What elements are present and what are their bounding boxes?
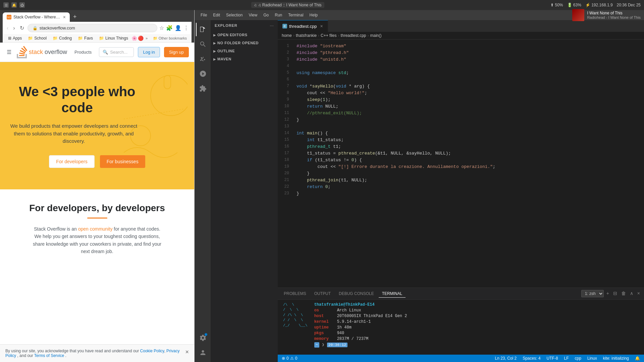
menu-edit[interactable]: Edit [210,11,223,19]
cookie-policy-link[interactable]: Cookie Policy [140,349,164,353]
cookie-close-button[interactable]: × [185,349,189,356]
terminal-add-button[interactable]: + [605,290,610,297]
notification-icon[interactable]: 🔔 [11,2,17,8]
tab-terminal[interactable]: TERMINAL [379,290,406,298]
code-editor[interactable]: 1 2 3 4 5 6 7 8 9 10 11 12 13 14 [278,40,644,288]
code-line-19: cout << "[!] Errore durante la creazione… [297,164,644,170]
status-notification-bell[interactable]: 🔔 [634,356,641,361]
code-content[interactable]: #include "iostream" #include "pthread.h"… [291,40,644,288]
browser-tab-active[interactable]: SO Stack Overflow - Where D... × [3,12,70,22]
breadcrumb-user[interactable]: thatsfrankie [296,33,317,38]
menu-go[interactable]: Go [261,11,271,19]
bookmark-button[interactable]: ☆ [159,25,164,31]
outline-chevron: ▶ [213,49,216,53]
open-editors-chevron: ▶ [213,33,216,37]
breadcrumb-file[interactable]: threadtest.cpp [340,33,366,38]
activity-extensions[interactable] [196,82,209,95]
activity-search[interactable] [196,38,209,51]
breadcrumb-folder[interactable]: C++ files [321,33,336,38]
line-num-2: 2 [281,50,289,56]
open-community-link[interactable]: open community [78,226,113,232]
sidebar-maven-header[interactable]: ▶ MAVEN [211,56,278,62]
status-kite[interactable]: kite: initializing [602,356,630,361]
terminal-close-button[interactable]: × [636,290,641,297]
other-bookmarks-btn[interactable]: 📁 Other bookmarks [151,36,189,41]
tab-problems[interactable]: PROBLEMS [280,290,310,297]
tab-output[interactable]: OUTPUT [311,290,334,297]
activity-settings[interactable] [196,331,209,345]
status-line-ending[interactable]: LF [563,356,570,361]
so-signup-button[interactable]: Sign up [164,47,189,57]
tab-close-button[interactable]: × [63,14,66,20]
sidebar-outline: ▶ OUTLINE [211,47,278,55]
line-num-21: 21 [281,177,289,184]
sidebar-more-icon[interactable]: ··· [270,23,274,28]
breadcrumb-sep2: › [318,33,319,38]
terms-of-service-link[interactable]: Terms of Service [34,353,64,358]
back-button[interactable]: ‹ [5,24,10,32]
for-developers-button[interactable]: For developers [49,155,94,168]
status-os[interactable]: Linux [586,356,598,361]
editor-tab-filename: threadtest.cpp [289,24,317,29]
status-spaces[interactable]: Spaces: 4 [521,356,542,361]
terminal-ascii-art: /\ \ / \ \ / /\ \ \ / / \ \ /_/ \__\ [283,302,308,352]
editor-tab-threadtest[interactable]: C threadtest.cpp × [278,20,328,32]
bookmark-linux[interactable]: 📁 Linux Things [96,35,131,41]
sidebar-maven: ▶ MAVEN [211,55,278,63]
so-products-nav[interactable]: Products [71,48,95,57]
menu-icon[interactable]: ☰ [3,2,9,8]
code-line-8: cout << "Hello world!"; [297,90,644,97]
status-errors[interactable]: ⊗ 0 ⚠ 0 [280,356,299,361]
terminal-uptime-value: 1h 48m [337,325,352,330]
forward-button[interactable]: › [12,24,16,32]
bookmark-coding[interactable]: 📁 Coding [50,35,74,41]
terminal-collapse-button[interactable]: ∧ [629,290,635,297]
terminal-content[interactable]: /\ \ / \ \ / /\ \ \ / / \ \ /_/ \__\ tha… [278,300,644,355]
bookmark-apps[interactable]: ⊞ Apps [5,35,24,41]
menu-terminal[interactable]: Terminal [285,11,306,19]
settings-notification-dot [205,333,207,336]
sidebar-no-folder-header[interactable]: ▶ NO FOLDER OPENED [211,40,278,46]
terminal-time: 20:36:12 [327,343,347,347]
status-position[interactable]: Ln 23, Col 2 [493,356,518,361]
sidebar-outline-header[interactable]: ▶ OUTLINE [211,48,278,54]
status-language[interactable]: cpp [574,356,583,361]
menu-selection[interactable]: Selection [223,11,245,19]
code-line-12: } [297,117,644,123]
bookmark-school[interactable]: 📁 School [25,35,49,41]
activity-source-control[interactable] [196,52,209,66]
menu-button[interactable]: ⋮ [183,25,189,31]
profile-button[interactable]: 👤 [175,25,181,31]
music-player[interactable]: ♫ ♫ Radiohead :: I Want None of This [251,2,324,8]
so-hamburger-button[interactable]: ☰ [5,48,13,56]
breadcrumb-symbol[interactable]: main() [370,33,382,38]
battery-status1: ⬆ 50% [550,3,563,7]
activity-debug[interactable] [196,67,209,80]
so-login-button[interactable]: Log in [138,47,160,57]
sidebar-open-editors-header[interactable]: ▶ OPEN EDITORS [211,32,278,38]
power-icon[interactable]: ⏻ [19,2,25,8]
menu-file[interactable]: File [198,11,210,19]
bookmark-favs[interactable]: 📁 Favs [75,35,96,41]
new-tab-button[interactable]: + [70,12,79,22]
so-search-bar[interactable]: 🔍 Search... [99,47,134,57]
breadcrumb-home[interactable]: home [282,33,292,38]
menu-help[interactable]: Help [307,11,321,19]
extensions-button[interactable]: 🧩 [166,25,173,31]
tab-debug-console[interactable]: DEBUG CONSOLE [335,290,377,297]
menu-view[interactable]: View [246,11,260,19]
reload-button[interactable]: ↻ [18,24,25,32]
terminal-trash-button[interactable]: 🗑 [620,290,627,297]
activity-avatar[interactable] [196,346,209,359]
more-bookmarks-btn[interactable]: » [144,36,149,41]
so-section-title: For developers, by developers [10,203,184,214]
address-bar[interactable]: 🔒 stackoverflow.com [28,24,157,32]
terminal-prompt-row: ~ ❯ 20:36:12 [314,342,407,348]
status-encoding[interactable]: UTF-8 [545,356,559,361]
menu-run[interactable]: Run [272,11,285,19]
terminal-shell-select[interactable]: 1: zsh [581,290,604,297]
activity-explorer[interactable] [196,23,209,36]
terminal-split-button[interactable]: ⊟ [612,290,619,297]
for-businesses-button[interactable]: For businesses [100,155,145,168]
editor-tab-close-button[interactable]: × [320,23,323,29]
